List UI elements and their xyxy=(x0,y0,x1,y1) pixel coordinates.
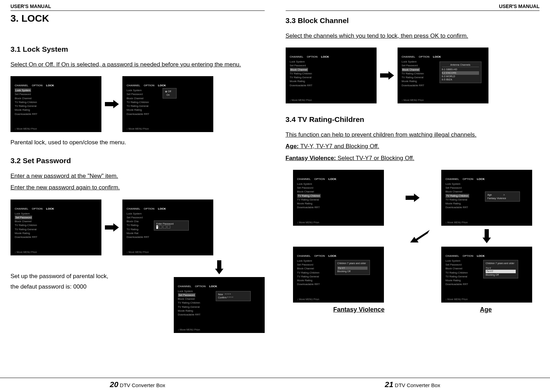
screenshot-enter-password: CHANNELOPTIONLOCK Lock System Set Passwo… xyxy=(122,199,213,255)
svg-marker-4 xyxy=(406,194,420,202)
screenshot-tvrating-sub: CHANNELOPTIONLOCK Lock System Set Passwo… xyxy=(441,170,532,226)
screenshot-setpass-menu: CHANNELOPTIONLOCK Lock System Set Passwo… xyxy=(10,199,101,255)
screenshot-block-menu: CHANNELOPTIONLOCK Lock System Set Passwo… xyxy=(286,48,377,103)
section-3-3-screenshots: CHANNELOPTIONLOCK Lock System Set Passwo… xyxy=(286,48,540,103)
section-3-2-row2: Set up the password of parental lock, th… xyxy=(10,260,265,333)
chapter-title: 3. LOCK xyxy=(10,13,265,24)
svg-marker-3 xyxy=(380,71,394,80)
screenshot-age-options: CHANNELOPTIONLOCK Lock System Set Passwo… xyxy=(441,247,532,303)
section-3-2-caption2: the defaut password is: 0000 xyxy=(10,283,163,290)
page-right: USER'S MANUAL 3.3 Block Channel Select t… xyxy=(275,0,550,392)
arrow-right-icon xyxy=(406,194,420,202)
arrow-upleft-icon xyxy=(410,230,430,242)
svg-marker-6 xyxy=(483,229,491,243)
section-3-2-title: 3.2 Set Password xyxy=(10,157,265,165)
header-left: USER'S MANUAL xyxy=(10,3,265,11)
svg-marker-1 xyxy=(105,223,119,232)
section-3-4-title: 3.4 TV Rating-Children xyxy=(286,115,540,124)
caption-age: Age xyxy=(480,306,492,313)
arrow-right-icon xyxy=(105,100,119,108)
arrow-down-icon xyxy=(483,229,491,243)
page-number-left: 20 xyxy=(110,380,118,389)
screenshot-fv-options: CHANNELOPTIONLOCK Lock System Set Passwo… xyxy=(293,247,384,303)
screenshot-lock-menu: CHANNELOPTIONLOCK Lock System Set Passwo… xyxy=(10,76,101,132)
section-3-1-caption: Parental lock, used to open/close the me… xyxy=(10,139,265,146)
section-3-1-desc: Select On or Off. If On is selected, a p… xyxy=(10,60,265,69)
section-3-2-desc2: Enter the new password again to confirm. xyxy=(10,183,265,192)
svg-marker-0 xyxy=(105,100,119,108)
section-3-4-grid: CHANNELOPTIONLOCK Lock System Set Passwo… xyxy=(286,170,540,303)
page-number-right: 21 xyxy=(385,380,393,389)
screenshot-tvrating-menu: CHANNELOPTIONLOCK Lock System Set Passwo… xyxy=(293,170,384,226)
header-right: USER'S MANUAL xyxy=(286,3,540,11)
section-3-1-title: 3.1 Lock System xyxy=(10,45,265,53)
section-3-4-captions: Fantasy Violence Age xyxy=(286,306,540,313)
section-3-3-desc: Select the channels which you tend to lo… xyxy=(286,31,540,41)
caption-fantasy-violence: Fantasy Violence xyxy=(333,306,385,313)
screenshot-new-confirm: CHANNELOPTIONLOCK Lock System Set Passwo… xyxy=(174,277,265,333)
section-3-4-fv: Fantasy Violence: Select TV-Y7 or Blocki… xyxy=(286,153,540,163)
arrow-right-icon xyxy=(380,71,394,80)
svg-marker-2 xyxy=(215,260,223,274)
svg-marker-5 xyxy=(410,230,430,242)
screenshot-lock-onoff: CHANNELOPTIONLOCK Lock System Set Passwo… xyxy=(122,76,213,132)
section-3-2-caption1: Set up the password of parental lock, xyxy=(10,273,163,280)
arrow-down-icon xyxy=(215,260,223,274)
section-3-3-title: 3.3 Block Channel xyxy=(286,16,540,25)
section-3-4-desc: This function can help to prevent childr… xyxy=(286,130,540,139)
section-3-4-age: Age: TV-Y, TV-Y7 and Blocking Off. xyxy=(286,141,540,151)
section-3-1-screenshots: CHANNELOPTIONLOCK Lock System Set Passwo… xyxy=(10,76,265,132)
page-footer-left: 20 DTV Converter Box xyxy=(0,378,275,389)
section-3-2-row1: CHANNELOPTIONLOCK Lock System Set Passwo… xyxy=(10,199,265,255)
screenshot-channel-list: CHANNELOPTIONLOCK Lock System Set Passwo… xyxy=(398,48,488,103)
section-3-2-desc1: Enter a new password at the "New" item. xyxy=(10,171,265,181)
page-left: USER'S MANUAL 3. LOCK 3.1 Lock System Se… xyxy=(0,0,275,392)
arrow-right-icon xyxy=(105,223,119,232)
page-footer-right: 21 DTV Converter Box xyxy=(275,378,550,389)
